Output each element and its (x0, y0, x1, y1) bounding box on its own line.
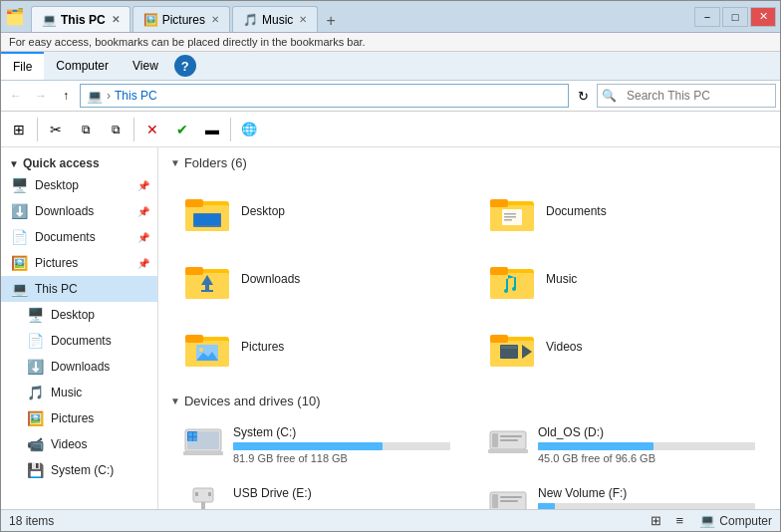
svg-rect-55 (500, 500, 518, 502)
ribbon-tab-file[interactable]: File (1, 52, 44, 80)
refresh-button[interactable]: ↻ (572, 85, 594, 107)
sidebar-item-pc-desktop[interactable]: 🖥️ Desktop (1, 302, 157, 328)
tab-this-pc-close[interactable]: ✕ (112, 14, 120, 25)
bookmark-bar: For easy access, bookmarks can be placed… (1, 33, 780, 52)
toolbar-delete-btn[interactable]: ✕ (138, 116, 166, 143)
bookmark-text: For easy access, bookmarks can be placed… (9, 36, 366, 48)
sidebar-pc-pictures-label: Pictures (51, 411, 94, 425)
tab-this-pc[interactable]: 💻 This PC ✕ (31, 6, 130, 32)
svg-rect-40 (193, 437, 197, 441)
view-details-icon[interactable]: ≡ (669, 512, 689, 530)
ribbon-tab-computer[interactable]: Computer (44, 52, 121, 80)
sidebar-pc-desktop-label: Desktop (51, 308, 95, 322)
toolbar-sep1 (37, 118, 38, 141)
folder-item-downloads[interactable]: Downloads (174, 248, 459, 310)
svg-rect-43 (492, 433, 498, 447)
toolbar-share-btn[interactable]: 🌐 (235, 116, 263, 143)
svg-rect-38 (188, 437, 192, 441)
folder-item-desktop[interactable]: Desktop (174, 180, 459, 242)
toolbar: ⊞ ✂ ⧉ ⧉ ✕ ✔ ▬ 🌐 (1, 112, 780, 147)
toolbar-cut-btn[interactable]: ✂ (42, 116, 70, 143)
up-button[interactable]: ↑ (55, 85, 77, 107)
folder-downloads-label: Downloads (241, 272, 300, 286)
drive-old-os-icon (488, 425, 528, 457)
forward-button[interactable]: → (30, 85, 52, 107)
sidebar-item-pictures[interactable]: 🖼️ Pictures 📌 (1, 250, 157, 276)
minimize-button[interactable]: − (694, 7, 720, 27)
drive-old-os-free: 45.0 GB free of 96.6 GB (538, 452, 755, 464)
drive-item-old-os[interactable]: Old_OS (D:) 45.0 GB free of 96.6 GB (479, 418, 764, 471)
toolbar-rename-btn[interactable]: ✔ (168, 116, 196, 143)
drives-grid: System (C:) 81.9 GB free of 118 GB (170, 418, 768, 509)
toolbar-copy-btn[interactable]: ⧉ (72, 116, 100, 143)
sidebar-pictures-label: Pictures (35, 256, 78, 270)
address-bar: ← → ↑ 💻 › This PC ↻ 🔍 (1, 81, 780, 112)
sidebar-item-desktop[interactable]: 🖥️ Desktop 📌 (1, 172, 157, 198)
folder-item-documents[interactable]: Documents (479, 180, 764, 242)
sidebar-desktop-label: Desktop (35, 178, 79, 192)
address-path[interactable]: 💻 › This PC (80, 84, 569, 108)
close-button[interactable]: ✕ (750, 7, 776, 27)
folder-item-videos[interactable]: Videos (479, 316, 764, 378)
item-count: 18 items (9, 514, 54, 528)
tabs-area: 💻 This PC ✕ 🖼️ Pictures ✕ 🎵 Music ✕ + (31, 1, 686, 32)
drive-item-new-volume[interactable]: New Volume (F:) 748 GB free of 813 GB (479, 479, 764, 509)
app-icon: 🗂️ (5, 7, 25, 26)
toolbar-layout-btn[interactable]: ⊞ (5, 116, 33, 143)
tab-music[interactable]: 🎵 Music ✕ (232, 6, 318, 32)
drive-new-volume-icon (488, 486, 528, 509)
tab-music-close[interactable]: ✕ (299, 14, 307, 25)
help-button[interactable]: ? (174, 55, 196, 77)
tab-music-label: Music (262, 13, 293, 27)
svg-rect-54 (500, 496, 522, 498)
pc-pictures-icon: 🖼️ (25, 408, 45, 428)
folder-documents-label: Documents (546, 204, 607, 218)
folder-documents-icon (488, 187, 536, 235)
new-tab-button[interactable]: + (320, 10, 341, 32)
svg-rect-46 (488, 449, 528, 453)
search-input[interactable] (621, 89, 781, 103)
drive-usb-info: USB Drive (E:) (233, 486, 450, 503)
sidebar-item-documents[interactable]: 📄 Documents 📌 (1, 224, 157, 250)
sidebar-section-quick-access[interactable]: ▼ Quick access (1, 151, 157, 172)
sidebar-item-pc-pictures[interactable]: 🖼️ Pictures (1, 405, 157, 431)
sidebar-item-downloads[interactable]: ⬇️ Downloads 📌 (1, 198, 157, 224)
pc-videos-icon: 📹 (25, 434, 45, 454)
sidebar-pc-downloads-label: Downloads (51, 360, 110, 374)
path-this-pc[interactable]: This PC (115, 89, 157, 103)
drive-old-os-info: Old_OS (D:) 45.0 GB free of 96.6 GB (538, 425, 755, 464)
view-large-icon[interactable]: ⊞ (646, 512, 665, 530)
folder-item-music[interactable]: Music (479, 248, 764, 310)
folder-item-pictures[interactable]: Pictures (174, 316, 459, 378)
sidebar-item-pc-videos[interactable]: 📹 Videos (1, 431, 157, 457)
tab-this-pc-label: This PC (61, 13, 106, 27)
toolbar-properties-btn[interactable]: ▬ (198, 116, 226, 143)
sidebar-item-pc-documents[interactable]: 📄 Documents (1, 328, 157, 354)
sidebar-item-pc-downloads[interactable]: ⬇️ Downloads (1, 354, 157, 380)
folder-desktop-icon (183, 187, 231, 235)
drives-section-header[interactable]: ▼ Devices and drives (10) (170, 394, 768, 408)
tab-pictures-close[interactable]: ✕ (211, 14, 219, 25)
pictures-icon: 🖼️ (9, 253, 29, 273)
sidebar-item-pc-system-c[interactable]: 💾 System (C:) (1, 457, 157, 483)
toolbar-paste-btn[interactable]: ⧉ (102, 116, 130, 143)
svg-rect-37 (188, 432, 192, 436)
ribbon-tab-view[interactable]: View (121, 52, 170, 80)
maximize-button[interactable]: □ (722, 7, 748, 27)
sidebar-item-pc-music[interactable]: 🎵 Music (1, 380, 157, 405)
drives-arrow-icon: ▼ (170, 396, 180, 406)
drive-usb-icon (183, 486, 223, 509)
back-button[interactable]: ← (5, 85, 27, 107)
path-computer-icon: 💻 (87, 89, 103, 104)
folders-section-header[interactable]: ▼ Folders (6) (170, 155, 768, 170)
tab-pictures[interactable]: 🖼️ Pictures ✕ (132, 6, 230, 32)
drive-item-usb[interactable]: USB Drive (E:) (174, 479, 459, 509)
status-computer: ⊞ ≡ 💻 Computer (646, 512, 772, 530)
drive-item-system-c[interactable]: System (C:) 81.9 GB free of 118 GB (174, 418, 459, 471)
drive-system-c-bar-bg (233, 442, 450, 450)
downloads-icon: ⬇️ (9, 201, 29, 221)
toolbar-sep2 (133, 118, 134, 141)
svg-rect-15 (185, 267, 203, 275)
svg-rect-17 (205, 285, 209, 290)
sidebar-item-this-pc[interactable]: 💻 This PC (1, 276, 157, 302)
